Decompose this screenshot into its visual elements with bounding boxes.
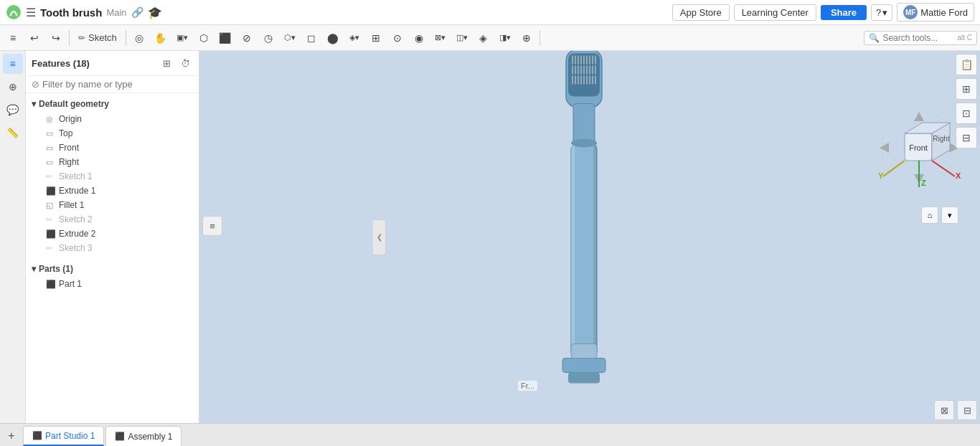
toolbar-btn-1[interactable]: ◎ [129,28,149,48]
extrude-icon-2: ⬛ [46,229,56,239]
tree-item-fillet1[interactable]: ◱ Fillet 1 [26,198,199,212]
tree-item-right[interactable]: ▭ Right [26,155,199,169]
right-tool-2[interactable]: ⊞ [956,78,977,100]
redo-button[interactable]: ↪ [46,28,66,48]
toolbar-btn-11[interactable]: ◈▾ [344,28,364,48]
tree-item-origin[interactable]: ◎ Origin [26,112,199,126]
sketch-icon-2: ✏ [46,215,56,224]
cube-view-button[interactable]: ▾ [941,207,958,224]
sidebar-icon-add[interactable]: ⊕ [3,77,23,97]
tree-item-extrude1[interactable]: ⬛ Extrude 1 [26,184,199,198]
item-label: Front [59,143,79,153]
link-icon[interactable]: 🔗 [131,6,143,18]
filter-input[interactable] [42,79,193,90]
svg-text:X: X [956,171,961,180]
tab-part-studio-1[interactable]: ⬛ Part Studio 1 [23,426,104,446]
tree-item-sketch2[interactable]: ✏ Sketch 2 [26,212,199,227]
tree-item-sketch3[interactable]: ✏ Sketch 3 [26,241,199,255]
toolbar-btn-18[interactable]: ◨▾ [495,28,515,48]
toolbar-command-bar[interactable]: ≡ [3,28,23,48]
panel-collapse-handle[interactable]: ❮ [373,219,386,255]
toolbar-btn-6[interactable]: ⊘ [237,28,257,48]
svg-rect-33 [593,143,597,358]
features-title: Features (18) [32,58,90,69]
main-area: ≡ ⊕ 💬 📏 Features (18) ⊞ ⏱ ⊘ ▾ Default ge… [0,51,980,423]
section-label-parts: Parts (1) [39,264,73,274]
tab-assembly-label: Assembly 1 [128,432,172,442]
svg-line-50 [932,161,955,176]
toolbar-btn-19[interactable]: ⊕ [517,28,537,48]
svg-rect-37 [571,343,597,358]
sketch-button[interactable]: ✏ Sketch [72,28,123,48]
right-tool-3[interactable]: ⊡ [956,103,977,124]
tree-item-extrude2[interactable]: ⬛ Extrude 2 [26,227,199,241]
svg-line-52 [883,161,905,176]
main-toolbar: ≡ ↩ ↪ ✏ Sketch ◎ ✋ ▣▾ ⬡ ⬛ ⊘ ◷ ⬡▾ ◻ ⬤ ◈▾ … [0,25,980,51]
right-tool-4[interactable]: ⊟ [956,127,977,148]
logo-area: ☰ Tooth brush Main 🔗 🎓 [6,4,162,20]
filter-icon: ⊘ [32,79,39,90]
graduation-cap-icon[interactable]: 🎓 [148,6,162,19]
3d-canvas[interactable]: ❮ ≡ [199,51,980,423]
toolbar-btn-16[interactable]: ◫▾ [452,28,472,48]
hamburger-menu[interactable]: ☰ [26,6,36,19]
toolbar-divider-2 [126,30,126,46]
share-button[interactable]: Share [821,5,867,20]
add-tab-button[interactable]: + [1,426,22,446]
navigation-cube[interactable]: Front Right Z X Y ⌂ ▾ [872,108,958,194]
item-label: Fillet 1 [59,200,84,210]
toolbar-btn-14[interactable]: ◉ [409,28,429,48]
canvas-br-btn-2[interactable]: ⊟ [957,400,977,420]
help-button[interactable]: ? ▾ [871,4,892,21]
section-default-geometry[interactable]: ▾ Default geometry [26,96,199,112]
sidebar-icon-measure[interactable]: 📏 [3,123,23,143]
item-label: Right [59,157,79,167]
tab-assembly-1[interactable]: ⬛ Assembly 1 [105,426,182,446]
tree-item-top[interactable]: ▭ Top [26,126,199,141]
search-input[interactable] [882,33,954,43]
svg-marker-41 [880,143,889,153]
right-tool-1[interactable]: 📋 [956,54,977,75]
toolbar-btn-15[interactable]: ⊠▾ [430,28,451,48]
feature-panel-header: Features (18) ⊞ ⏱ [26,51,199,76]
plane-icon-top: ▭ [46,129,56,138]
tab-assembly-icon: ⬛ [115,432,125,441]
user-avatar: MF [903,5,918,19]
feature-panel-icon-2[interactable]: ⏱ [177,55,193,71]
toolbar-btn-7[interactable]: ◷ [258,28,278,48]
undo-button[interactable]: ↩ [24,28,44,48]
toolbar-btn-8[interactable]: ⬡▾ [280,28,300,48]
tree-item-front[interactable]: ▭ Front [26,141,199,155]
tree-item-sketch1[interactable]: ✏ Sketch 1 [26,169,199,184]
appstore-button[interactable]: App Store [672,4,730,21]
toolbar-btn-13[interactable]: ⊙ [387,28,407,48]
canvas-br-btn-1[interactable]: ⊠ [934,400,954,420]
toolbar-btn-3[interactable]: ▣▾ [172,28,192,48]
toolbar-btn-12[interactable]: ⊞ [366,28,386,48]
item-label: Origin [59,114,82,124]
learning-center-button[interactable]: Learning Center [734,4,816,21]
search-tools[interactable]: 🔍 alt C [864,31,977,45]
sidebar-icon-comment[interactable]: 💬 [3,100,23,120]
tree-item-part1[interactable]: ⬛ Part 1 [26,277,199,291]
plane-icon-right: ▭ [46,158,56,167]
section-parts[interactable]: ▾ Parts (1) [26,261,199,277]
toolbar-btn-9[interactable]: ◻ [301,28,321,48]
toolbar-btn-17[interactable]: ◈ [473,28,494,48]
user-menu[interactable]: MF Mattie Ford [897,3,974,22]
section-label: Default geometry [39,99,109,109]
bottom-tabs: + ⬛ Part Studio 1 ⬛ Assembly 1 [0,423,980,446]
toolbar-btn-4[interactable]: ⬡ [194,28,214,48]
sidebar-icon-features[interactable]: ≡ [3,54,23,74]
svg-text:Right: Right [933,135,950,143]
feature-panel: Features (18) ⊞ ⏱ ⊘ ▾ Default geometry ◎… [26,51,199,423]
feature-panel-actions: ⊞ ⏱ [159,55,193,71]
toolbar-btn-10[interactable]: ⬤ [323,28,343,48]
feature-list-button[interactable]: ≡ [202,216,222,236]
left-sidebar-icons: ≡ ⊕ 💬 📏 [0,51,26,423]
cube-home-button[interactable]: ⌂ [921,207,938,224]
user-name: Mattie Ford [920,7,968,18]
toolbar-btn-5[interactable]: ⬛ [215,28,235,48]
feature-panel-icon-1[interactable]: ⊞ [159,55,174,71]
toolbar-btn-2[interactable]: ✋ [151,28,171,48]
